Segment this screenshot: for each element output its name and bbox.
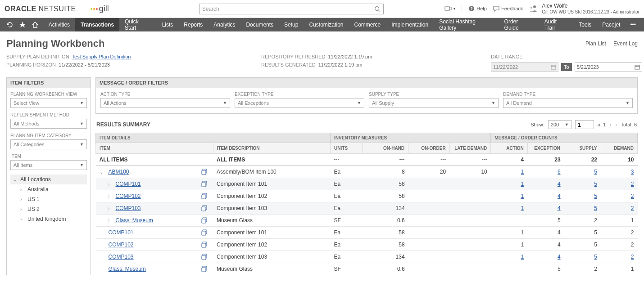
cell-action: 1: [491, 251, 527, 263]
global-search[interactable]: [199, 4, 384, 14]
mof-filter-select[interactable]: All Exceptions▼: [235, 98, 364, 108]
nav-tab-social-hashtag-gallery[interactable]: Social Hashtag Gallery: [434, 18, 499, 31]
count-link[interactable]: 5: [594, 169, 597, 175]
mof-filter-select[interactable]: All Supply▼: [369, 98, 499, 108]
user-menu[interactable]: Alex Wolfe Gill OW WD US Std 2016.2.12.2…: [529, 3, 639, 14]
count-link[interactable]: 4: [558, 254, 561, 260]
location-tree-item[interactable]: ›United Kingdom: [10, 214, 87, 224]
item-link[interactable]: ABM100: [109, 169, 129, 175]
count-link[interactable]: 2: [631, 181, 634, 187]
count-link[interactable]: 6: [558, 169, 561, 175]
item-stack-icon[interactable]: [201, 229, 209, 236]
nav-tab-pacejet[interactable]: Pacejet: [597, 18, 626, 31]
nav-tab-implementation[interactable]: Implementation: [386, 18, 434, 31]
calendar-icon[interactable]: [635, 64, 640, 70]
cell-supply: 2: [564, 215, 601, 227]
count-link[interactable]: 5: [594, 193, 597, 199]
col-exception[interactable]: EXCEPTION: [527, 143, 564, 154]
col-onhand[interactable]: ON-HAND: [363, 143, 408, 154]
nav-tab-documents[interactable]: Documents: [240, 18, 279, 31]
page-number-input[interactable]: [575, 120, 594, 129]
item-link[interactable]: COMP103: [109, 254, 134, 260]
count-link[interactable]: 4: [558, 205, 561, 211]
spd-link[interactable]: Test Supply Plan Definition: [72, 54, 131, 59]
nav-tab-audit-trail[interactable]: Audit Trail: [539, 18, 574, 31]
count-link[interactable]: 3: [631, 169, 634, 175]
location-tree-item[interactable]: ›US 1: [10, 194, 87, 204]
item-link[interactable]: COMP101: [109, 229, 134, 236]
count-link[interactable]: 1: [521, 254, 524, 260]
count-link[interactable]: 5: [594, 181, 597, 187]
count-link[interactable]: 4: [558, 181, 561, 187]
count-link[interactable]: 1: [521, 205, 524, 211]
search-icon[interactable]: [374, 6, 381, 12]
category-select[interactable]: All Categories▼: [10, 139, 87, 149]
item-link[interactable]: COMP103: [116, 205, 141, 211]
item-stack-icon[interactable]: [201, 181, 209, 187]
item-stack-icon[interactable]: [201, 242, 209, 248]
plan-list-link[interactable]: Plan List: [585, 40, 606, 47]
date-to-input[interactable]: 5/21/2023: [575, 62, 642, 72]
col-units[interactable]: UNITS: [331, 143, 363, 154]
count-link[interactable]: 2: [631, 254, 634, 260]
count-link[interactable]: 1: [521, 193, 524, 199]
item-stack-icon[interactable]: [201, 193, 209, 199]
help-link[interactable]: ? Help: [468, 5, 487, 12]
recent-records-icon[interactable]: [4, 21, 16, 28]
home-icon[interactable]: [29, 21, 41, 28]
col-late[interactable]: LATE DEMAND: [449, 143, 491, 154]
item-stack-icon[interactable]: [201, 266, 209, 272]
location-tree-root[interactable]: ⌄ All Locations: [10, 175, 87, 184]
mof-filter-select[interactable]: All Actions▼: [100, 98, 230, 108]
collapse-icon[interactable]: ⌄: [100, 170, 106, 175]
mof-filter-select[interactable]: All Demand▼: [503, 98, 633, 108]
nav-tab-lists[interactable]: Lists: [157, 18, 179, 31]
item-select[interactable]: All Items▼: [10, 160, 87, 170]
nav-tab-order-guide[interactable]: Order Guide: [499, 18, 539, 31]
count-link[interactable]: 5: [594, 254, 597, 260]
item-stack-icon[interactable]: [201, 217, 209, 224]
nav-tab-reports[interactable]: Reports: [178, 18, 208, 31]
item-link[interactable]: Glass: Museum: [116, 217, 153, 224]
item-link[interactable]: COMP102: [109, 242, 134, 248]
count-link[interactable]: 1: [521, 169, 524, 175]
view-select[interactable]: Select View▼: [10, 98, 87, 108]
method-select[interactable]: All Methods▼: [10, 119, 87, 129]
item-stack-icon[interactable]: [201, 205, 209, 211]
nav-tab-activities[interactable]: Activities: [43, 18, 75, 31]
item-link[interactable]: COMP102: [116, 193, 141, 199]
item-link[interactable]: Glass: Museum: [109, 266, 146, 272]
col-item[interactable]: ITEM: [96, 143, 213, 154]
item-stack-icon[interactable]: [201, 169, 209, 175]
feedback-link[interactable]: Feedback: [493, 5, 523, 12]
count-link[interactable]: 1: [521, 181, 524, 187]
col-onorder[interactable]: ON-ORDER: [408, 143, 450, 154]
col-supply[interactable]: SUPPLY: [564, 143, 601, 154]
item-link[interactable]: COMP101: [116, 181, 141, 187]
nav-tab-tools[interactable]: Tools: [573, 18, 597, 31]
nav-tab-commerce[interactable]: Commerce: [349, 18, 386, 31]
col-action[interactable]: ACTION: [491, 143, 527, 154]
count-link[interactable]: 4: [558, 193, 561, 199]
count-link[interactable]: 2: [631, 205, 634, 211]
col-desc[interactable]: ITEM DESCRIPTION: [213, 143, 331, 154]
count-link[interactable]: 2: [631, 193, 634, 199]
nav-tab-analytics[interactable]: Analytics: [208, 18, 240, 31]
col-demand[interactable]: DEMAND: [601, 143, 638, 154]
nav-tab-transactions[interactable]: Transactions: [75, 18, 119, 31]
prev-page-icon[interactable]: ‹: [609, 121, 612, 128]
count-link[interactable]: 5: [594, 205, 597, 211]
item-stack-icon[interactable]: [201, 254, 209, 260]
search-input[interactable]: [202, 6, 374, 12]
nav-tab-setup[interactable]: Setup: [279, 18, 304, 31]
nav-tab-quick-start[interactable]: Quick Start: [119, 18, 157, 31]
nav-more-icon[interactable]: •••: [626, 22, 640, 28]
connector-icon[interactable]: ▾: [444, 5, 455, 12]
shortcuts-icon[interactable]: [16, 21, 29, 28]
next-page-icon[interactable]: ›: [615, 121, 617, 128]
event-log-link[interactable]: Event Log: [613, 40, 638, 47]
location-tree-item[interactable]: ›US 2: [10, 204, 87, 214]
nav-tab-customization[interactable]: Customization: [304, 18, 349, 31]
page-size-select[interactable]: 200▼: [548, 120, 571, 129]
location-tree-item[interactable]: ›Australia: [10, 184, 87, 194]
